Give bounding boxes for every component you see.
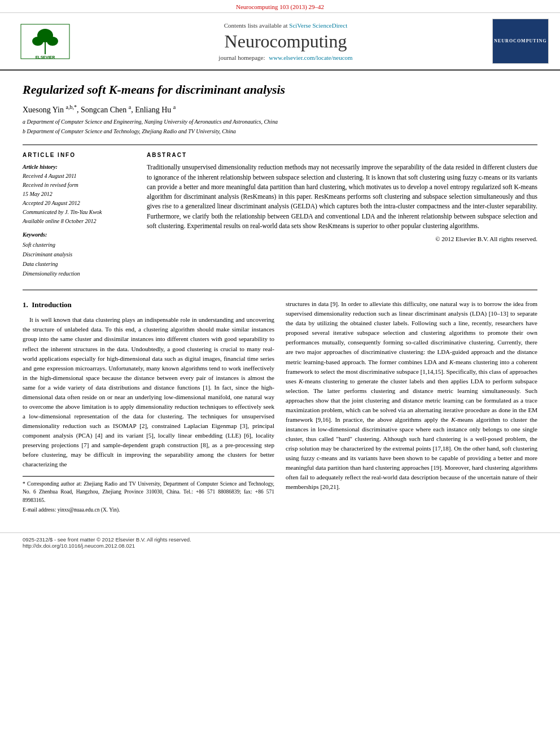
main-content: 1. Introduction It is well known that da…	[23, 299, 537, 516]
footnote-area: * Corresponding author at: Zhejiang Radi…	[23, 476, 274, 514]
article-info-col: ARTICLE INFO Article history: Received 4…	[23, 152, 135, 278]
main-col-left: 1. Introduction It is well known that da…	[23, 299, 274, 516]
journal-ref-text: Neurocomputing 103 (2013) 29–42	[236, 3, 324, 10]
section-title: Introduction	[32, 300, 72, 309]
keywords-section: Keywords: Soft clustering Discriminant a…	[23, 231, 135, 278]
footnote-star: * Corresponding author at: Zhejiang Radi…	[23, 480, 274, 504]
journal-reference: Neurocomputing 103 (2013) 29–42	[0, 0, 560, 13]
affil-b: b Department of Computer Science and Tec…	[23, 127, 537, 136]
affil-a: a Department of Computer Science and Eng…	[23, 117, 537, 126]
communicated: Communicated by J. Tin-Yau Kwok	[23, 208, 135, 217]
revised-date: 15 May 2012	[23, 190, 135, 199]
svg-point-4	[32, 37, 43, 46]
journal-title-area: Contents lists available at SciVerse Sci…	[85, 22, 487, 61]
received-date: Received 4 August 2011	[23, 172, 135, 181]
available-online: Available online 8 October 2012	[23, 217, 135, 226]
info-abstract-section: ARTICLE INFO Article history: Received 4…	[23, 145, 537, 278]
keyword-1: Soft clustering	[23, 240, 135, 250]
issn-line: 0925-2312/$ - see front matter © 2012 El…	[23, 536, 537, 543]
elsevier-logo-area: ELSEVIER	[11, 23, 79, 60]
meta-prefix: Contents lists available at	[224, 22, 288, 29]
affiliations: a Department of Computer Science and Eng…	[23, 117, 537, 136]
keyword-2: Discriminant analysis	[23, 250, 135, 259]
homepage-prefix: journal homepage:	[218, 54, 265, 61]
intro-para-1: It is well known that data clustering pl…	[23, 315, 274, 469]
footnote-email: E-mail address: yinxs@nuaa.edu.cn (X. Yi…	[23, 506, 274, 514]
journal-logo-box: NEUROCOMPUTING	[492, 19, 549, 64]
history-label: Article history:	[23, 163, 135, 172]
abstract-col: ABSTRACT Traditionally unsupervised dime…	[147, 152, 537, 278]
keyword-3: Data clustering	[23, 259, 135, 269]
section-number: 1.	[23, 300, 28, 309]
section-divider	[23, 290, 537, 290]
article-history: Article history: Received 4 August 2011 …	[23, 163, 135, 226]
abstract-text: Traditionally unsupervised dimensionalit…	[147, 163, 537, 231]
sciverse-link[interactable]: SciVerse ScienceDirect	[289, 22, 347, 29]
copyright-line: © 2012 Elsevier B.V. All rights reserved…	[147, 235, 537, 242]
svg-point-5	[47, 37, 58, 46]
article-title: Regularized soft K-means for discriminan…	[23, 82, 537, 98]
revised-label: Received in revised form	[23, 181, 135, 190]
keyword-4: Dimensionality reduction	[23, 269, 135, 278]
doi-line: http://dx.doi.org/10.1016/j.neucom.2012.…	[23, 543, 537, 549]
homepage-link[interactable]: www.elsevier.com/locate/neucom	[269, 54, 352, 61]
main-col-right: structures in data [9]. In order to alle…	[286, 299, 537, 516]
journal-meta: Contents lists available at SciVerse Sci…	[85, 22, 487, 29]
journal-logo-text: NEUROCOMPUTING	[494, 38, 547, 44]
bottom-bar: 0925-2312/$ - see front matter © 2012 El…	[0, 532, 560, 552]
elsevier-logo-icon: ELSEVIER	[20, 23, 71, 60]
authors-line: Xuesong Yin a,b,*, Songcan Chen a, Enlia…	[23, 104, 537, 115]
intro-para-2: structures in data [9]. In order to alle…	[286, 299, 537, 492]
journal-name: Neurocomputing	[85, 31, 487, 52]
svg-text:ELSEVIER: ELSEVIER	[36, 55, 55, 59]
title-part2: -means for discriminant analysis	[117, 82, 285, 97]
article-info-label: ARTICLE INFO	[23, 152, 135, 158]
journal-header: ELSEVIER Contents lists available at Sci…	[0, 13, 560, 71]
title-part1: Regularized soft	[23, 82, 109, 97]
title-italic: K	[109, 82, 117, 97]
intro-heading: 1. Introduction	[23, 299, 274, 311]
keywords-list: Soft clustering Discriminant analysis Da…	[23, 240, 135, 278]
abstract-label: ABSTRACT	[147, 152, 537, 158]
keywords-label: Keywords:	[23, 231, 135, 238]
accepted-date: Accepted 20 August 2012	[23, 199, 135, 208]
journal-homepage: journal homepage: www.elsevier.com/locat…	[85, 54, 487, 61]
